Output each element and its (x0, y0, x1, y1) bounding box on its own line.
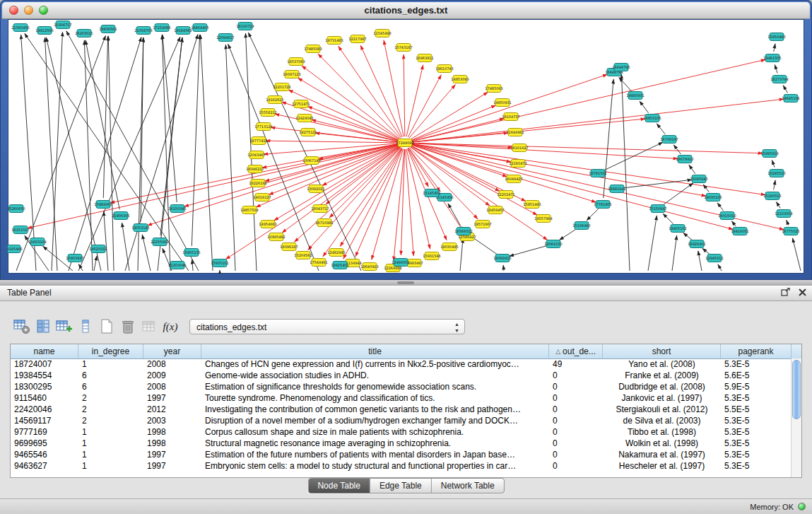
graph-node[interactable]: 15950460 (767, 33, 785, 41)
graph-edge[interactable] (604, 142, 663, 170)
graph-edge[interactable] (323, 148, 401, 257)
graph-node[interactable]: 18679910 (676, 156, 693, 163)
graph-edge[interactable] (717, 203, 723, 211)
graph-node[interactable]: 17605101 (211, 259, 228, 267)
graph-node[interactable]: 18777411 (249, 137, 267, 145)
column-header-pagerank[interactable]: pagerank (721, 344, 792, 358)
graph-node[interactable]: 16804405 (191, 24, 208, 32)
graph-edge[interactable] (406, 149, 430, 250)
graph-node[interactable]: 12751471 (292, 100, 310, 108)
graph-node[interactable]: 15931546 (423, 252, 440, 260)
splitter-grip[interactable] (397, 281, 414, 284)
graph-node[interactable]: 16068415 (493, 255, 511, 262)
graph-edge[interactable] (783, 86, 787, 93)
column-header-in_degree[interactable]: in_degree (78, 344, 143, 358)
table-select-combo[interactable]: citations_edges.txt ▲▼ (189, 319, 465, 334)
graph-edge[interactable] (142, 235, 151, 271)
graph-node[interactable]: 18791501 (589, 170, 606, 177)
delete-table-icon[interactable] (117, 317, 139, 336)
graph-edge[interactable] (623, 180, 692, 188)
graph-node[interactable]: 12217987 (348, 35, 366, 43)
graph-node[interactable]: 19571667 (473, 221, 491, 228)
tab-node-table[interactable]: Node Table (308, 479, 370, 493)
graph-edge[interactable] (503, 265, 504, 271)
graph-node[interactable]: 12482945 (327, 249, 345, 257)
graph-edge[interactable] (103, 36, 107, 198)
delete-column-icon[interactable] (75, 317, 96, 336)
close-icon[interactable] (799, 288, 806, 296)
graph-node[interactable]: 19185466 (8, 245, 23, 253)
graph-node[interactable]: 18566012 (454, 228, 472, 235)
graph-node[interactable]: 18226192 (249, 180, 266, 187)
graph-edge[interactable] (225, 45, 235, 271)
close-button[interactable] (9, 6, 18, 15)
graph-edge[interactable] (792, 238, 801, 271)
graph-node[interactable]: 15995819 (760, 150, 778, 158)
graph-node[interactable]: 21906305 (112, 212, 129, 220)
import-table-icon[interactable] (139, 317, 160, 336)
graph-edge[interactable] (108, 36, 114, 271)
graph-edge[interactable] (703, 185, 709, 192)
graph-node[interactable]: 19731483 (325, 37, 343, 45)
graph-node[interactable]: 21203046 (168, 262, 186, 269)
table-row[interactable]: 946362711997Embryonic stem cells: a mode… (11, 460, 792, 472)
graph-node[interactable]: 19416051 (731, 228, 748, 235)
graph-node[interactable]: 11603104 (28, 238, 46, 246)
graph-node[interactable]: 15106460 (572, 222, 590, 230)
graph-node[interactable]: 19461505 (763, 54, 781, 62)
graph-node[interactable]: 21560456 (11, 24, 29, 32)
graph-node[interactable]: 19610743 (435, 65, 453, 73)
graph-node[interactable]: 16926401 (688, 240, 705, 248)
graph-node[interactable]: 18459457 (486, 206, 504, 214)
graph-edge[interactable] (274, 146, 400, 221)
graph-edge[interactable] (372, 149, 404, 260)
graph-node[interactable]: 12201726 (273, 83, 290, 91)
graph-node[interactable]: 12103054 (775, 210, 792, 218)
graph-edge[interactable] (621, 74, 630, 271)
graph-edge[interactable] (663, 214, 673, 224)
graph-node[interactable]: 19885601 (626, 92, 644, 100)
graph-node[interactable]: 14853105 (643, 115, 661, 122)
graph-edge[interactable] (409, 85, 456, 139)
graph-node[interactable]: 14016127 (253, 194, 271, 201)
graph-node[interactable]: 15558212 (259, 109, 276, 117)
graph-edge[interactable] (266, 141, 399, 143)
graph-node[interactable]: 13092021 (307, 185, 324, 193)
scrollbar-thumb[interactable] (792, 360, 801, 419)
graph-node[interactable]: 19405102 (669, 225, 686, 233)
table-row[interactable]: 969969511998Structural magnetic resonanc… (11, 438, 792, 449)
graph-node[interactable]: 16648795 (612, 64, 630, 71)
table-row[interactable]: 1938455462009Genome-wide association stu… (11, 370, 792, 381)
graph-node[interactable]: 18104737 (502, 113, 519, 121)
graph-node[interactable]: 11644961 (506, 129, 524, 136)
graph-edge[interactable] (201, 35, 213, 271)
graph-edge[interactable] (587, 209, 599, 221)
graph-edge[interactable] (308, 148, 401, 250)
new-column-icon[interactable] (54, 317, 75, 336)
graph-node[interactable]: 15851493 (523, 201, 541, 209)
graph-node[interactable]: 17485093 (485, 85, 502, 93)
table-row[interactable]: 1456911722003Disruption of a novel membe… (11, 415, 792, 426)
graph-edge[interactable] (448, 204, 461, 226)
table-scrollbar[interactable] (791, 358, 801, 477)
graph-edge[interactable] (409, 148, 478, 219)
graph-edge[interactable] (25, 33, 189, 271)
graph-node[interactable]: 10245510 (767, 170, 785, 177)
graph-node[interactable]: 16151517 (11, 226, 29, 234)
graph-node[interactable]: 12202471 (497, 191, 514, 199)
graph-edge[interactable] (689, 165, 695, 174)
graph-edge[interactable] (772, 160, 775, 167)
graph-edge[interactable] (86, 40, 119, 209)
graph-node[interactable]: 17154086 (153, 24, 170, 32)
graph-node[interactable]: 21058703 (134, 27, 152, 35)
graph-edge[interactable] (774, 180, 775, 189)
graph-edge[interactable] (411, 59, 765, 141)
graph-edge[interactable] (702, 248, 710, 254)
network-view[interactable]: 1724909211545498122179871973148317485083… (8, 19, 804, 274)
table-row[interactable]: 2242004622012Investigating the contribut… (11, 404, 792, 415)
graph-node[interactable]: 13095640 (690, 175, 707, 183)
graph-node[interactable]: 12494501 (392, 259, 409, 267)
graph-edge[interactable] (408, 148, 440, 192)
graph-edge[interactable] (774, 44, 775, 52)
graph-node[interactable]: 15743187 (394, 44, 412, 52)
